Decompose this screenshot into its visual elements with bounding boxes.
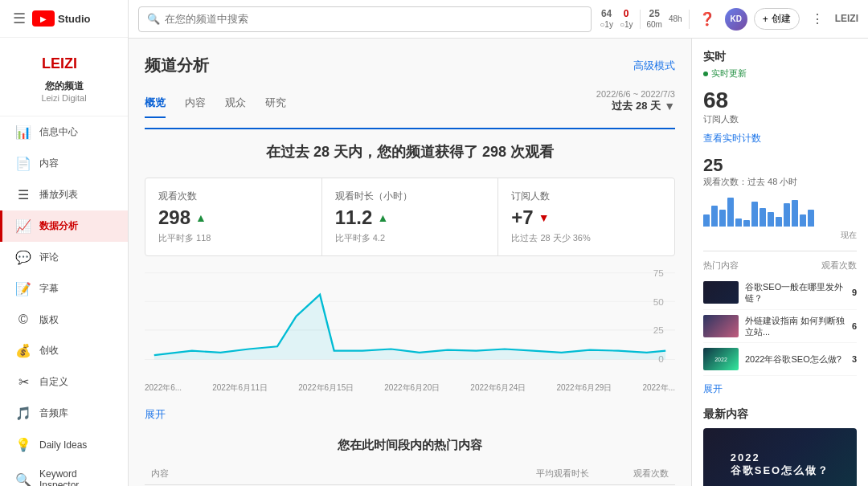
subscriber-label: 订阅人数 bbox=[703, 113, 857, 125]
stat-divider2 bbox=[689, 10, 690, 29]
sidebar-item-copyright[interactable]: © 版权 bbox=[0, 304, 128, 335]
dashboard-icon: 📊 bbox=[15, 125, 31, 140]
sidebar-item-playlists[interactable]: ☰ 播放列表 bbox=[0, 179, 128, 210]
mini-bar bbox=[776, 217, 782, 227]
hot-content-header: 热门内容 观看次数 bbox=[703, 251, 857, 272]
mini-bar bbox=[719, 210, 726, 227]
mini-bar bbox=[800, 214, 806, 227]
tab-research[interactable]: 研究 bbox=[265, 89, 286, 118]
date-range-dates: 2022/6/6 ~ 2022/7/3 bbox=[596, 89, 675, 99]
svg-text:25: 25 bbox=[653, 326, 664, 335]
sidebar-item-label: 信息中心 bbox=[39, 125, 78, 139]
avatar[interactable]: KD bbox=[725, 8, 747, 31]
search-input[interactable] bbox=[165, 13, 583, 25]
customize-icon: ✂ bbox=[15, 374, 31, 390]
stat-num: 25 bbox=[649, 8, 660, 19]
sidebar-item-monetization[interactable]: 💰 创收 bbox=[0, 335, 128, 366]
main-area: 🔍 64 ○1y 0 ○1y 25 60m 48h ❓ KD bbox=[129, 0, 868, 486]
search-box[interactable]: 🔍 bbox=[138, 6, 592, 32]
sidebar-item-label: 音频库 bbox=[39, 406, 68, 420]
views-48h-count: 25 bbox=[703, 155, 857, 176]
create-icon: + bbox=[763, 14, 768, 25]
subtitles-icon: 📝 bbox=[15, 281, 31, 296]
audio-icon: 🎵 bbox=[15, 406, 31, 421]
sidebar-item-label: Keyword Inspector bbox=[39, 468, 115, 486]
stat-watchtime-label: 观看时长（小时） bbox=[335, 190, 485, 203]
latest-content-header: 最新内容 bbox=[703, 407, 857, 422]
chart-area: 75 50 25 0 2022年6... 2022年6月11日 2022年6月1… bbox=[145, 264, 675, 393]
chart-label: 2022年6月24日 bbox=[470, 382, 526, 394]
menu-icon[interactable]: ⋮ bbox=[806, 8, 829, 31]
search-icon: 🔍 bbox=[147, 13, 160, 25]
mini-bar bbox=[792, 200, 798, 227]
mini-bar bbox=[703, 214, 710, 227]
sidebar-item-label: 字幕 bbox=[39, 282, 59, 296]
live-dot bbox=[703, 71, 708, 76]
tab-content[interactable]: 内容 bbox=[185, 89, 206, 118]
analytics-icon: 📈 bbox=[15, 218, 31, 234]
page-header: 频道分析 高级模式 bbox=[145, 55, 675, 76]
col-duration: 平均观看时长 bbox=[484, 463, 596, 485]
sidebar-item-ideas[interactable]: 💡 Daily Ideas bbox=[0, 429, 128, 460]
sidebar-item-audio[interactable]: 🎵 音频库 bbox=[0, 398, 128, 429]
sidebar-item-label: 版权 bbox=[39, 313, 59, 327]
tab-audience[interactable]: 观众 bbox=[225, 89, 246, 118]
help-icon[interactable]: ❓ bbox=[696, 8, 719, 31]
hot-item-count-3: 3 bbox=[852, 354, 857, 364]
stat-64: 64 ○1y bbox=[600, 8, 613, 29]
chart-label: 2022年6月29日 bbox=[556, 382, 612, 394]
stat-down-icon: ▼ bbox=[538, 211, 550, 224]
sidebar-item-dashboard[interactable]: 📊 信息中心 bbox=[0, 116, 128, 148]
sidebar-top: ☰ Studio bbox=[0, 0, 128, 38]
tab-overview[interactable]: 概览 bbox=[145, 89, 166, 118]
stat-divider bbox=[640, 10, 641, 29]
sidebar-item-analytics[interactable]: 📈 数据分析 bbox=[0, 210, 128, 242]
sidebar-item-content[interactable]: 📄 内容 bbox=[0, 148, 128, 179]
stat-subs-label: 订阅人数 bbox=[511, 190, 661, 203]
stat-up-icon: ▲ bbox=[195, 211, 207, 224]
mini-bar bbox=[808, 210, 814, 227]
stat-views-value: 298 ▲ bbox=[158, 206, 309, 229]
channel-info: LEIZI 您的频道 Leizi Digital bbox=[0, 38, 128, 116]
page-title: 频道分析 bbox=[145, 55, 209, 76]
chart-label: 2022年... bbox=[642, 382, 675, 394]
ideas-icon: 💡 bbox=[15, 437, 31, 452]
now-label: 现在 bbox=[703, 230, 857, 241]
chart-svg: 75 50 25 0 bbox=[145, 264, 675, 377]
advanced-mode-link[interactable]: 高级模式 bbox=[633, 59, 675, 73]
sidebar-item-label: Daily Ideas bbox=[39, 439, 87, 451]
sidebar-item-subtitles[interactable]: 📝 字幕 bbox=[0, 273, 128, 304]
hot-item-count-1: 9 bbox=[852, 288, 857, 297]
svg-text:LEIZI: LEIZI bbox=[42, 55, 77, 71]
view-realtime-link[interactable]: 查看实时计数 bbox=[703, 132, 857, 145]
stat-label: 60m bbox=[647, 20, 662, 30]
sidebar-item-customize[interactable]: ✂ 自定义 bbox=[0, 366, 128, 398]
hot-item-title-1: 谷歌SEO一般在哪里发外链？ bbox=[745, 281, 845, 304]
hamburger-icon[interactable]: ☰ bbox=[13, 10, 26, 27]
live-label: 实时更新 bbox=[711, 67, 747, 80]
sidebar: ☰ Studio LEIZI 您的频道 Leizi Digital 📊 信息中心… bbox=[0, 0, 129, 486]
inspector-icon: 🔍 bbox=[15, 472, 31, 487]
mini-bar bbox=[760, 208, 766, 227]
chart-expand-button[interactable]: 展开 bbox=[145, 407, 166, 422]
tabs: 概览 内容 观众 研究 bbox=[145, 89, 286, 118]
mini-bar bbox=[727, 198, 734, 227]
hot-item-thumb-1 bbox=[703, 281, 739, 304]
sidebar-item-inspector[interactable]: 🔍 Keyword Inspector bbox=[0, 460, 128, 486]
stat-watchtime-compare: 比平时多 4.2 bbox=[335, 232, 485, 244]
youtube-icon bbox=[32, 10, 55, 27]
hot-expand-button[interactable]: 展开 bbox=[703, 382, 857, 396]
sidebar-item-comments[interactable]: 💬 评论 bbox=[0, 242, 128, 273]
date-range-select[interactable]: 过去 28 天 ▼ bbox=[612, 99, 675, 113]
content-area: 频道分析 高级模式 概览 内容 观众 研究 2022/6/6 ~ 2022/7/… bbox=[129, 39, 868, 486]
hot-item-1: 谷歌SEO一般在哪里发外链？ 9 bbox=[703, 276, 857, 310]
date-range-label: 过去 28 天 bbox=[612, 99, 661, 113]
hot-item-3: 2022 2022年谷歌SEO怎么做? 3 bbox=[703, 343, 857, 376]
stat-card-views: 观看次数 298 ▲ 比平时多 118 bbox=[145, 178, 321, 255]
sidebar-item-label: 评论 bbox=[39, 251, 59, 264]
copyright-icon: © bbox=[15, 312, 31, 327]
hot-item-thumb-2 bbox=[703, 315, 739, 337]
create-button[interactable]: + 创建 bbox=[754, 8, 800, 30]
main-panel: 频道分析 高级模式 概览 内容 观众 研究 2022/6/6 ~ 2022/7/… bbox=[129, 39, 691, 486]
subscriber-count: 68 bbox=[703, 88, 857, 113]
